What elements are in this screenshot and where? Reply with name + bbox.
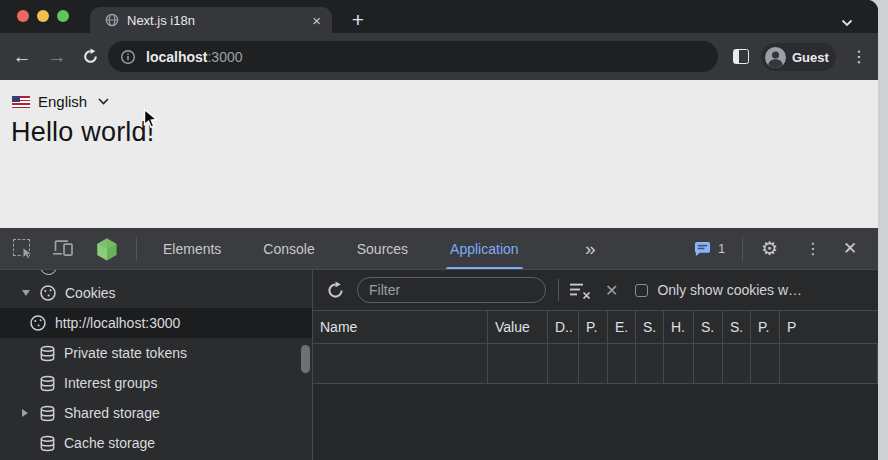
column-header-httponly[interactable]: H. xyxy=(664,311,694,343)
column-header-size[interactable]: S. xyxy=(636,311,664,343)
delete-cookies-icon[interactable]: ✕ xyxy=(605,281,618,300)
chevron-down-icon xyxy=(98,98,109,105)
tab-elements[interactable]: Elements xyxy=(142,228,242,269)
browser-tab[interactable]: Next.js i18n × xyxy=(90,7,332,33)
column-header-domain[interactable]: D.. xyxy=(548,311,579,343)
settings-gear-icon[interactable]: ⚙ xyxy=(761,228,778,269)
more-tabs-icon[interactable]: » xyxy=(585,228,596,269)
tab-console[interactable]: Console xyxy=(242,228,335,269)
sidebar-item-label: Cache storage xyxy=(64,435,155,451)
url-port: :3000 xyxy=(207,49,242,65)
sidebar-item-label: Shared storage xyxy=(64,405,160,421)
database-icon xyxy=(39,345,56,362)
minimize-window-light[interactable] xyxy=(37,10,49,22)
devtools-menu-icon[interactable]: ⋮ xyxy=(805,228,821,269)
column-header-name[interactable]: Name xyxy=(313,311,488,343)
scrolled-item-partial-icon xyxy=(40,270,57,275)
database-icon xyxy=(39,405,56,422)
device-toolbar-icon[interactable] xyxy=(52,238,74,262)
sidebar-item-label: Private state tokens xyxy=(64,345,187,361)
devtools: Elements Console Sources Application » 1… xyxy=(0,228,878,460)
tab-sources[interactable]: Sources xyxy=(336,228,429,269)
devtools-close-icon[interactable]: ✕ xyxy=(843,228,857,269)
column-header-path[interactable]: P. xyxy=(579,311,608,343)
toolbar-divider xyxy=(136,237,137,261)
column-header-value[interactable]: Value xyxy=(488,311,548,343)
url-host: localhost xyxy=(146,49,207,65)
database-icon xyxy=(39,375,56,392)
table-cell xyxy=(664,344,694,383)
table-cell xyxy=(751,344,780,383)
toolbar-divider xyxy=(558,279,559,301)
issues-button[interactable]: 1 xyxy=(694,228,725,269)
column-header-samesite[interactable]: S. xyxy=(723,311,751,343)
column-header-partitionkey[interactable]: P. xyxy=(751,311,780,343)
refresh-icon[interactable] xyxy=(326,281,345,300)
toolbar-divider xyxy=(742,237,743,261)
sidebar-item-private-state-tokens[interactable]: Private state tokens xyxy=(0,338,312,368)
sidebar-scrollbar[interactable] xyxy=(301,345,310,373)
tab-strip: Next.js i18n × + xyxy=(0,0,878,33)
sidebar-item-label: Cookies xyxy=(65,285,116,301)
back-button[interactable]: ← xyxy=(9,33,35,80)
only-show-label[interactable]: Only show cookies w… xyxy=(657,282,878,298)
us-flag-icon xyxy=(12,96,30,108)
language-switcher[interactable]: English xyxy=(12,93,878,110)
cookies-panel: ✕ Only show cookies w… Name Value D.. P.… xyxy=(313,270,878,460)
reload-button[interactable] xyxy=(77,33,103,80)
table-cell xyxy=(694,344,723,383)
sidebar-item-label: http://localhost:3000 xyxy=(55,315,180,331)
page-heading: Hello world! xyxy=(11,117,878,148)
avatar xyxy=(765,47,786,68)
globe-favicon-icon xyxy=(105,13,119,27)
browser-menu-icon[interactable]: ⋮ xyxy=(849,33,869,80)
table-cell xyxy=(313,344,488,383)
table-cell xyxy=(780,344,878,383)
column-header-priority[interactable]: P xyxy=(780,311,878,343)
devtools-tab-bar: Elements Console Sources Application xyxy=(142,228,540,269)
address-bar[interactable]: localhost:3000 xyxy=(108,41,718,72)
site-info-icon[interactable] xyxy=(120,49,136,65)
filter-input[interactable] xyxy=(357,277,546,303)
cookie-table-header: Name Value D.. P. E. S. H. S. S. P. P xyxy=(313,311,878,344)
column-header-secure[interactable]: S. xyxy=(694,311,723,343)
tab-application[interactable]: Application xyxy=(429,228,540,269)
web-page: English Hello world! xyxy=(0,80,878,228)
close-tab-icon[interactable]: × xyxy=(312,13,321,28)
table-cell xyxy=(579,344,608,383)
table-cell xyxy=(548,344,579,383)
profile-name: Guest xyxy=(792,50,829,65)
new-tab-button[interactable]: + xyxy=(346,8,370,32)
table-cell xyxy=(488,344,548,383)
cookies-toolbar: ✕ Only show cookies w… xyxy=(313,270,878,311)
devtools-toolbar: Elements Console Sources Application » 1… xyxy=(0,228,878,270)
database-icon xyxy=(39,435,56,452)
cookie-table-empty-area xyxy=(313,384,878,460)
sidebar-item-interest-groups[interactable]: Interest groups xyxy=(0,368,312,398)
table-cell xyxy=(723,344,751,383)
sidebar-item-cache-storage[interactable]: Cache storage xyxy=(0,428,312,458)
tab-search-chevron-icon[interactable] xyxy=(841,13,853,31)
message-bubble-icon xyxy=(694,241,711,257)
side-panel-icon[interactable] xyxy=(733,49,749,64)
only-show-checkbox[interactable] xyxy=(635,284,648,297)
sidebar-item-label: Interest groups xyxy=(64,375,157,391)
inspect-element-icon[interactable] xyxy=(13,239,30,256)
sidebar-item-shared-storage[interactable]: Shared storage xyxy=(0,398,312,428)
node-js-icon[interactable] xyxy=(95,237,119,266)
maximize-window-light[interactable] xyxy=(57,10,69,22)
sidebar-item-localhost-cookies[interactable]: http://localhost:3000 xyxy=(0,308,312,338)
expander-right-icon[interactable] xyxy=(22,409,34,417)
cookie-table-empty-row[interactable] xyxy=(313,344,878,384)
column-header-expires[interactable]: E. xyxy=(608,311,636,343)
expander-down-icon[interactable] xyxy=(22,290,34,296)
forward-button[interactable]: → xyxy=(44,33,70,80)
sidebar-item-cookies[interactable]: Cookies xyxy=(0,278,312,308)
language-label: English xyxy=(38,93,87,110)
profile-button[interactable]: Guest xyxy=(761,43,836,71)
tab-title: Next.js i18n xyxy=(127,13,195,28)
clear-filter-icon[interactable] xyxy=(569,282,592,299)
close-window-light[interactable] xyxy=(17,10,29,22)
issues-count: 1 xyxy=(718,241,725,256)
table-cell xyxy=(608,344,636,383)
